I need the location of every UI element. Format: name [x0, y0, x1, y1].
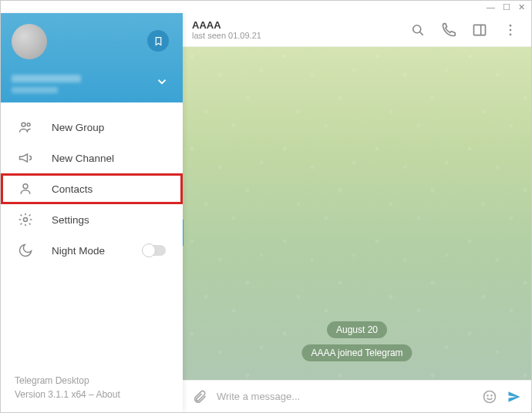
chat-last-seen: last seen 01.09.21	[192, 31, 399, 40]
chat-body[interactable]: August 20 AAAA joined Telegram	[183, 47, 531, 380]
svg-point-2	[23, 184, 28, 189]
profile-header	[1, 13, 183, 102]
call-button[interactable]	[441, 22, 456, 38]
smile-icon	[482, 389, 497, 405]
svg-point-11	[484, 391, 496, 402]
menu-label: Night Mode	[52, 245, 105, 257]
group-icon	[18, 119, 33, 135]
menu-night-mode[interactable]: Night Mode	[1, 235, 183, 266]
chat-header: AAAA last seen 01.09.21	[183, 13, 531, 47]
moon-icon	[18, 243, 33, 258]
phone-icon	[441, 22, 456, 38]
chat-title-block[interactable]: AAAA last seen 01.09.21	[192, 19, 399, 40]
saved-messages-button[interactable]	[147, 30, 169, 52]
svg-point-0	[22, 123, 25, 126]
menu-new-channel[interactable]: New Channel	[1, 143, 183, 173]
account-chevron[interactable]	[155, 75, 169, 92]
gear-icon	[18, 212, 33, 227]
svg-point-13	[491, 395, 492, 395]
drawer-menu: New Group New Channel Contacts Settings	[1, 102, 183, 266]
bookmark-icon	[153, 36, 163, 46]
app-version[interactable]: Version 3.1.1 x64 – About	[15, 388, 169, 401]
chevron-down-icon	[155, 75, 169, 89]
menu-label: Settings	[52, 214, 89, 226]
svg-line-5	[420, 32, 423, 35]
menu-new-group[interactable]: New Group	[1, 112, 183, 143]
person-icon	[18, 181, 33, 196]
maximize-button[interactable]: ☐	[503, 2, 510, 12]
svg-rect-6	[474, 25, 486, 35]
message-composer	[183, 380, 531, 412]
menu-contacts[interactable]: Contacts	[1, 173, 183, 204]
svg-point-12	[487, 395, 488, 395]
send-icon	[507, 388, 522, 405]
emoji-button[interactable]	[482, 389, 497, 405]
attach-button[interactable]	[192, 389, 207, 405]
night-mode-toggle[interactable]	[143, 245, 166, 256]
panel-icon	[472, 22, 487, 38]
sidebar-drawer: New Group New Channel Contacts Settings	[1, 13, 183, 412]
chat-panel: AAAA last seen 01.09.21 August 20 AAAA j…	[183, 13, 531, 412]
chat-title: AAAA	[192, 19, 399, 31]
send-button[interactable]	[507, 389, 522, 405]
svg-point-1	[27, 123, 30, 126]
svg-point-4	[413, 25, 421, 32]
app-name: Telegram Desktop	[15, 374, 169, 388]
svg-point-9	[510, 29, 512, 31]
close-button[interactable]: ✕	[518, 2, 525, 12]
svg-point-3	[24, 218, 28, 222]
svg-point-10	[510, 33, 512, 35]
menu-settings[interactable]: Settings	[1, 204, 183, 235]
search-button[interactable]	[410, 22, 426, 38]
paperclip-icon	[192, 389, 207, 405]
megaphone-icon	[18, 150, 33, 166]
window-titlebar: — ☐ ✕	[1, 1, 531, 13]
avatar[interactable]	[12, 24, 47, 59]
profile-name-area	[12, 75, 96, 93]
svg-point-8	[510, 24, 512, 26]
message-input[interactable]	[217, 391, 473, 402]
side-panel-button[interactable]	[472, 22, 487, 38]
menu-label: New Group	[52, 122, 104, 133]
menu-label: New Channel	[52, 153, 114, 164]
system-message: AAAA joined Telegram	[301, 344, 412, 361]
drawer-footer: Telegram Desktop Version 3.1.1 x64 – Abo…	[1, 363, 183, 412]
menu-label: Contacts	[52, 183, 93, 195]
minimize-button[interactable]: —	[487, 2, 495, 12]
more-button[interactable]	[503, 22, 518, 38]
search-icon	[410, 22, 426, 38]
date-divider: August 20	[327, 321, 387, 338]
more-vertical-icon	[503, 22, 518, 38]
